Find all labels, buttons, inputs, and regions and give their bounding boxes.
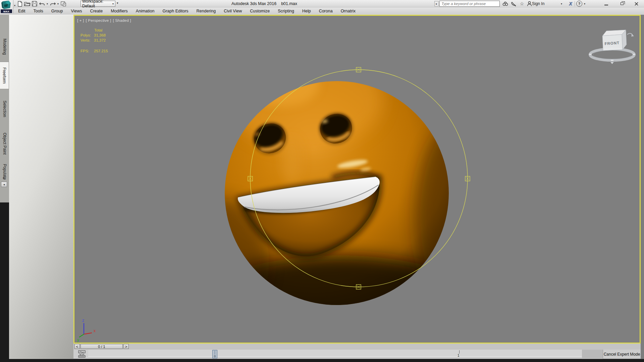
menu-scripting[interactable]: Scripting [274,7,298,15]
window-title: Autodesk 3ds Max 2016 b01.max [231,0,297,7]
menu-create[interactable]: Create [86,7,107,15]
menu-modifiers[interactable]: Modifiers [107,7,132,15]
world-axis-gizmo: z x y [77,318,96,342]
menu-customize[interactable]: Customize [246,7,274,15]
window-edge [641,15,644,359]
divider [603,350,603,359]
redo-icon[interactable] [49,0,56,7]
tab-populate[interactable]: Populate [0,162,9,182]
ribbon-tab-strip: Modeling Freeform Selection Object Paint… [0,15,9,202]
end-frame-tick [459,350,460,354]
undo-icon[interactable] [38,0,46,7]
menu-graph-editors[interactable]: Graph Editors [158,7,192,15]
perspective-viewport[interactable]: [ + ] [ Perspective ] [ Shaded ] Total P… [73,15,641,344]
tab-object-paint[interactable]: Object Paint [0,129,9,158]
search-flyout-icon[interactable]: ▸ [434,1,439,6]
set-project-folder-icon[interactable] [60,0,67,7]
end-frame-label: 1 [458,354,460,357]
viewcube[interactable]: FRONT [589,30,635,64]
open-mini-trackbar-icon[interactable] [78,350,86,359]
time-slider-frame: 0 [214,355,216,358]
tab-selection[interactable]: Selection [0,97,9,121]
menu-rendering[interactable]: Rendering [193,7,220,15]
frame-counter[interactable]: 0 / 1 [80,344,123,349]
help-dropdown-icon[interactable]: ▾ [584,2,585,5]
menu-help[interactable]: Help [298,7,315,15]
favorites-star-icon[interactable]: ☆ [519,1,525,7]
application-menu-button[interactable]: MAX [0,0,13,13]
menu-bar: Edit Tools Group Views Create Modifiers … [0,7,644,15]
window-bottom-edge [0,359,644,362]
time-slider-handle[interactable]: 0 [212,350,217,358]
timeline-bar: < 0 / 1 > [73,344,641,350]
exchange-apps-icon[interactable]: X [567,0,574,7]
ribbon-expand-icon[interactable]: ▸ [3,176,4,179]
track-bar-track[interactable] [88,350,582,357]
workspace-dropdown[interactable]: Workspace: Default ▾ [80,1,115,7]
menu-group[interactable]: Group [47,7,67,15]
tab-freeform[interactable]: Freeform [0,62,9,89]
ribbon-panel-area [9,15,73,359]
svg-text:MAX: MAX [3,10,9,13]
previous-frame-button[interactable]: < [74,344,80,349]
app-menu-caret-icon[interactable]: ▾ [14,4,15,7]
menu-tools[interactable]: Tools [30,7,47,15]
next-frame-button[interactable]: > [123,344,129,349]
sign-in-dropdown-icon[interactable]: ▾ [561,2,562,5]
axis-x-label: x [94,328,96,333]
quick-access-toolbar: ▼ ▼ [16,0,67,7]
search-input[interactable] [439,1,500,7]
open-file-icon[interactable] [23,0,31,7]
axis-z-label: z [82,318,84,323]
minimize-button[interactable] [602,1,610,6]
new-scene-icon[interactable] [16,0,23,7]
restore-button[interactable] [618,1,626,6]
save-file-icon[interactable] [31,0,38,7]
menu-ornatrix[interactable]: Ornatrix [337,7,360,15]
menu-edit[interactable]: Edit [14,7,30,15]
title-bar: ▼ ▼ Workspace: Default ▾ ▾ Autodesk 3ds … [0,0,644,7]
file-name: b01.max [281,1,297,6]
smiley-model[interactable] [152,49,527,343]
viewport-canvas: FRONT z x y [74,16,640,343]
menu-animation[interactable]: Animation [132,7,159,15]
ribbon-collapse-button[interactable]: ◄ [1,182,7,187]
trackbar-end-cap [582,350,603,359]
help-icon[interactable]: ? [576,1,582,7]
chevron-down-icon: ▾ [112,2,114,5]
sign-in-label: Sign In [532,1,544,6]
search-icon[interactable] [502,1,508,7]
app-title: Autodesk 3ds Max 2016 [231,1,276,6]
sign-in-button[interactable]: Sign In [532,0,544,7]
tab-modeling[interactable]: Modeling [0,35,9,58]
menu-civil-view[interactable]: Civil View [220,7,246,15]
track-bar: 0 1 Cancel Expert Mode [73,350,641,359]
undo-dropdown-icon[interactable]: ▼ [46,3,49,5]
menu-corona[interactable]: Corona [315,7,337,15]
menu-views[interactable]: Views [67,7,86,15]
close-button[interactable] [633,1,640,6]
redo-dropdown-icon[interactable]: ▼ [56,3,60,5]
toolbar-overflow-icon[interactable]: ▾ [117,1,118,5]
cancel-expert-mode-button[interactable]: Cancel Expert Mode [603,350,640,359]
divider [575,1,575,6]
axis-y-label: y [77,338,79,342]
user-icon[interactable] [526,1,533,7]
communication-center-icon[interactable] [510,1,517,7]
